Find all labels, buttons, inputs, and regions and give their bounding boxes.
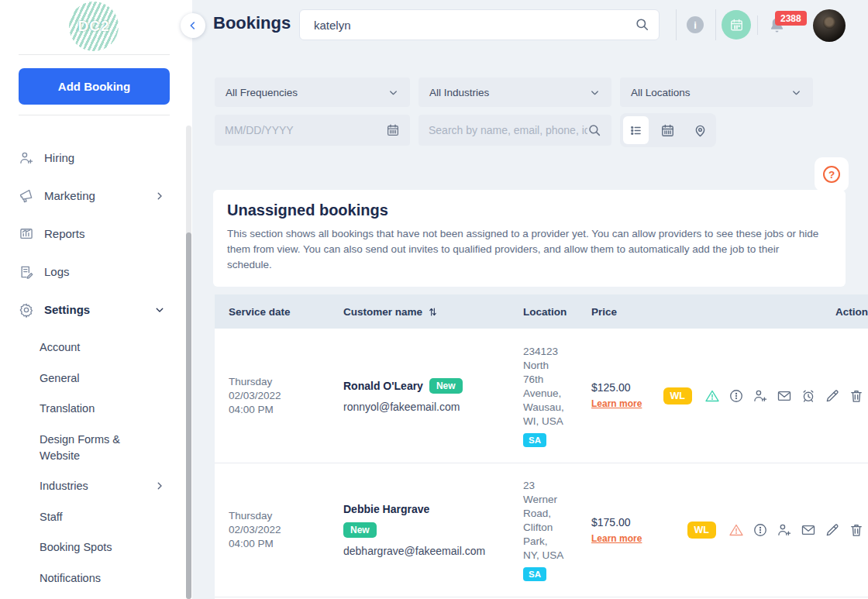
- chevron-left-icon: [187, 19, 199, 32]
- divider: [676, 9, 677, 40]
- sidebar-subitem-account[interactable]: Account: [0, 339, 188, 356]
- customer-email[interactable]: debhargrave@fakeemail.com: [343, 545, 509, 557]
- sidebar-subitem-label: General: [40, 370, 80, 387]
- pencil-icon[interactable]: [825, 522, 840, 538]
- new-status-badge: New: [429, 378, 463, 394]
- customer-email[interactable]: ronnyol@fakeemail.com: [343, 401, 509, 413]
- sidebar-scrollbar-thumb[interactable]: [186, 232, 191, 599]
- sidebar-subitem-label: Translation: [40, 401, 95, 417]
- column-header-location: Location: [509, 306, 577, 318]
- logo-text: DC2: [78, 18, 109, 35]
- sidebar-subitem-general[interactable]: General: [0, 370, 188, 387]
- person-add-icon: [19, 150, 34, 166]
- sidebar-subitem-industries[interactable]: Industries: [0, 478, 188, 494]
- dots-circle-icon[interactable]: [728, 388, 744, 404]
- divider: [715, 9, 716, 40]
- info-icon[interactable]: i: [687, 16, 704, 33]
- calendar-icon[interactable]: [386, 123, 400, 137]
- table-header-row: Service dateCustomer nameLocationPriceAc…: [215, 294, 868, 329]
- sidebar-subitem-label: Notifications: [40, 570, 101, 587]
- sidebar-item-label: Reports: [44, 227, 85, 240]
- main-content: Bookings i 2388 All Frequencies All Indu…: [192, 0, 868, 599]
- new-status-badge: New: [343, 522, 377, 538]
- sidebar-nav: HiringMarketingReportsLogsSettings Accou…: [0, 150, 188, 599]
- sidebar-subitem-booking-spots[interactable]: Booking Spots: [0, 539, 188, 556]
- sidebar-subitem-notifications[interactable]: Notifications: [0, 570, 188, 587]
- trash-icon[interactable]: [849, 388, 864, 404]
- divider: [19, 115, 170, 115]
- sidebar-item-settings[interactable]: Settings: [0, 301, 188, 318]
- calendar-view-button[interactable]: [655, 116, 680, 144]
- list-view-icon: [629, 123, 643, 138]
- filters: All Frequencies All Industries All Locat…: [215, 77, 868, 147]
- person-add-icon[interactable]: [777, 522, 792, 538]
- learn-more-link[interactable]: Learn more: [591, 533, 642, 544]
- sa-badge: SA: [523, 433, 546, 447]
- schedule-button[interactable]: [722, 10, 751, 40]
- column-header-customer-name: Customer name: [329, 306, 509, 318]
- price-value: $175.00: [591, 516, 669, 528]
- actions-cell: WL: [669, 522, 868, 539]
- sidebar-item-label: Hiring: [44, 151, 74, 164]
- wl-badge[interactable]: WL: [663, 387, 692, 404]
- search-input[interactable]: [299, 9, 660, 40]
- location-cell: 23 Werner Road, Clifton Park, NY, USASA: [509, 479, 577, 581]
- customer-cell: Debbie HargraveNewdebhargrave@fakeemail.…: [329, 503, 509, 557]
- customer-name[interactable]: Ronald O'Leary: [343, 380, 423, 392]
- chevron-down-icon: [589, 87, 601, 98]
- mail-icon[interactable]: [777, 388, 792, 404]
- price-value: $125.00: [591, 381, 669, 394]
- company-logo[interactable]: DC2: [69, 2, 119, 51]
- industry-filter-select[interactable]: All Industries: [418, 77, 611, 107]
- chevron-down-icon: [154, 305, 165, 315]
- wl-badge[interactable]: WL: [687, 522, 716, 539]
- sidebar-item-marketing[interactable]: Marketing: [0, 188, 188, 204]
- search-icon[interactable]: [635, 17, 649, 32]
- warning-icon[interactable]: [728, 522, 744, 538]
- location-address: 23 Werner Road, Clifton Park, NY, USA: [523, 479, 577, 563]
- map-view-button[interactable]: [687, 116, 713, 144]
- sidebar-item-logs[interactable]: Logs: [0, 263, 188, 280]
- section-description: This section shows all bookings that hav…: [227, 226, 825, 273]
- chevron-down-icon: [790, 87, 802, 98]
- learn-more-link[interactable]: Learn more: [591, 398, 642, 409]
- service-date: Thursday 02/03/2022 04:00 PM: [215, 509, 329, 551]
- sidebar-item-hiring[interactable]: Hiring: [0, 150, 188, 166]
- warning-icon[interactable]: [704, 388, 720, 404]
- table-search-input[interactable]: [429, 124, 587, 136]
- dots-circle-icon[interactable]: [753, 522, 768, 538]
- sidebar-subitem-label: Booking Spots: [40, 539, 112, 556]
- sort-icon[interactable]: [427, 306, 439, 318]
- sidebar-subitem-staff[interactable]: Staff: [0, 509, 188, 525]
- sidebar-subitem-design-forms-website[interactable]: Design Forms & Website: [0, 432, 188, 464]
- pencil-icon[interactable]: [825, 388, 840, 404]
- sidebar-item-reports[interactable]: Reports: [0, 225, 188, 242]
- global-search: [299, 9, 660, 40]
- sidebar-item-label: Settings: [44, 303, 90, 316]
- list-view-button[interactable]: [623, 116, 649, 144]
- divider: [757, 15, 758, 35]
- date-filter: [215, 115, 410, 146]
- location-filter-select[interactable]: All Locations: [620, 77, 813, 107]
- trash-icon[interactable]: [849, 522, 864, 538]
- customer-name[interactable]: Debbie Hargrave: [343, 503, 429, 515]
- date-input[interactable]: [225, 124, 386, 136]
- add-booking-button[interactable]: Add Booking: [19, 68, 170, 105]
- back-button[interactable]: [181, 13, 205, 38]
- frequency-filter-value: All Frequencies: [226, 87, 298, 98]
- person-add-icon[interactable]: [753, 388, 768, 404]
- mail-icon[interactable]: [801, 522, 816, 538]
- notification-count-badge[interactable]: 2388: [775, 11, 807, 26]
- sidebar-item-label: Marketing: [44, 189, 95, 202]
- topbar: Bookings i 2388: [192, 0, 868, 50]
- user-avatar[interactable]: [813, 9, 846, 42]
- actions-cell: WL: [669, 387, 868, 404]
- search-icon[interactable]: [587, 123, 601, 137]
- frequency-filter-select[interactable]: All Frequencies: [215, 77, 410, 107]
- bookings-table: Service dateCustomer nameLocationPriceAc…: [215, 294, 868, 599]
- clock-icon[interactable]: [801, 388, 816, 404]
- sidebar-subitem-translation[interactable]: Translation: [0, 401, 188, 417]
- megaphone-icon: [19, 188, 34, 204]
- help-button[interactable]: ?: [815, 157, 849, 191]
- divider: [19, 54, 170, 55]
